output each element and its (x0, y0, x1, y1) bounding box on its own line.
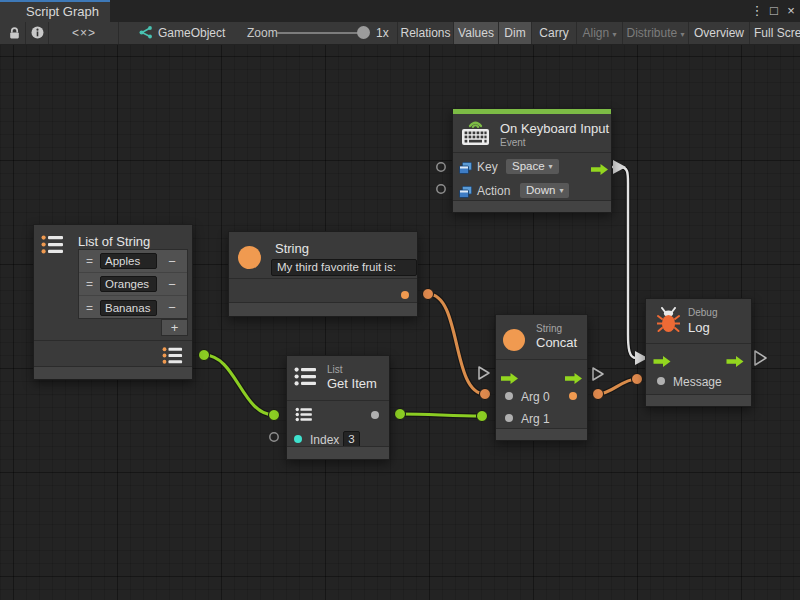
list-input-icon[interactable] (295, 407, 313, 426)
string-value-field[interactable]: My third favorite fruit is: (271, 259, 417, 276)
keyboard-icon (460, 118, 491, 152)
add-item-button[interactable]: + (161, 319, 188, 336)
bug-icon (657, 307, 680, 338)
node-title: List of String (78, 234, 150, 249)
list-item-row: = Bananas − (79, 296, 187, 319)
message-label: Message (673, 375, 722, 389)
node-footer (229, 302, 417, 316)
index-input-dot[interactable] (294, 435, 302, 443)
message-input-dot[interactable] (657, 377, 665, 385)
code-icon[interactable]: <×> (72, 22, 96, 44)
node-category: List (327, 364, 343, 375)
drag-handle[interactable]: = (79, 254, 100, 268)
exit-arrow-icon[interactable] (565, 370, 582, 388)
dim-button[interactable]: Dim (498, 22, 531, 44)
result-output-dot[interactable] (569, 392, 577, 400)
list-item-row: = Oranges − (79, 273, 187, 296)
zoom-label: Zoom (247, 22, 278, 44)
node-footer (453, 200, 611, 212)
align-dropdown-button[interactable]: Align ▾ (576, 22, 622, 44)
node-list-of-string[interactable]: List of String = Apples − = Oranges − = … (33, 224, 193, 380)
gameobject-label[interactable]: GameObject (158, 22, 225, 44)
info-icon[interactable] (31, 26, 44, 42)
node-category: Debug (688, 307, 717, 318)
node-debug-log[interactable]: Debug Log Message (645, 298, 752, 407)
trigger-output-arrow-icon[interactable] (591, 161, 608, 179)
node-title: String (275, 241, 309, 256)
script-graph-asset-icon (138, 25, 153, 43)
node-footer (496, 428, 587, 440)
node-footer (34, 366, 192, 379)
carry-button[interactable]: Carry (531, 22, 576, 44)
string-type-icon (238, 246, 261, 269)
tab-strip: Script Graph ⋮ □ × (0, 0, 800, 22)
maximize-icon[interactable]: □ (766, 0, 782, 22)
tab-script-graph[interactable]: Script Graph (0, 0, 110, 22)
event-accent-bar (453, 109, 611, 114)
node-string-literal[interactable]: String My third favorite fruit is: (228, 231, 418, 317)
node-list-get-item[interactable]: List Get Item Index 3 (286, 355, 390, 460)
string-list-widget: = Apples − = Oranges − = Bananas − (78, 249, 188, 319)
close-icon[interactable]: × (783, 0, 799, 22)
script-graph-window: Script Graph ⋮ □ × <×> GameObject Zoom 1… (0, 0, 800, 600)
item-output-dot[interactable] (371, 411, 379, 419)
arg0-label: Arg 0 (521, 390, 550, 404)
node-footer (646, 394, 751, 406)
node-subtitle: Event (500, 137, 526, 148)
variable-icon (459, 160, 472, 178)
node-string-concat[interactable]: String Concat Arg 0 Arg 1 (495, 314, 588, 441)
node-title: On Keyboard Input (500, 121, 609, 136)
action-port-label: Action (477, 184, 510, 198)
key-dropdown[interactable]: Space ▾ (506, 159, 559, 174)
chevron-down-icon: ▾ (549, 159, 553, 174)
chevron-down-icon: ▾ (559, 183, 563, 198)
chevron-down-icon: ▾ (681, 30, 685, 39)
key-port-label: Key (477, 160, 498, 174)
list-item-field[interactable]: Bananas (100, 300, 157, 316)
string-output-dot[interactable] (401, 291, 409, 299)
string-type-icon (503, 329, 525, 351)
node-title: Concat (536, 335, 577, 350)
remove-item-button[interactable]: − (157, 300, 187, 315)
fullscreen-button[interactable]: Full Screen (749, 22, 800, 44)
list-icon (294, 366, 318, 391)
node-title: Get Item (327, 376, 377, 391)
exit-arrow-icon[interactable] (726, 353, 744, 371)
action-dropdown[interactable]: Down ▾ (520, 183, 569, 198)
chevron-down-icon: ▾ (613, 30, 617, 39)
enter-arrow-icon[interactable] (501, 370, 518, 388)
list-icon (41, 234, 65, 259)
zoom-value: 1x (376, 22, 389, 44)
node-on-keyboard-input[interactable]: On Keyboard Input Event Key Space ▾ Acti… (452, 108, 612, 213)
node-footer (287, 446, 389, 459)
tab-title: Script Graph (26, 4, 99, 19)
drag-handle[interactable]: = (79, 301, 100, 315)
overview-button[interactable]: Overview (688, 22, 749, 44)
zoom-slider-track[interactable] (277, 32, 365, 34)
drag-handle[interactable]: = (79, 277, 100, 291)
index-label: Index (310, 433, 339, 447)
graph-toolbar: <×> GameObject Zoom 1x Relations Values … (0, 22, 800, 45)
arg1-input-dot[interactable] (505, 414, 513, 422)
window-menu-icon[interactable]: ⋮ (749, 0, 765, 22)
arg0-input-dot[interactable] (505, 392, 513, 400)
list-item-field[interactable]: Oranges (100, 276, 157, 292)
node-title: Log (688, 320, 710, 335)
node-category: String (536, 323, 562, 334)
relations-button[interactable]: Relations (397, 22, 453, 44)
enter-arrow-icon[interactable] (653, 353, 671, 371)
lock-icon[interactable] (8, 26, 21, 43)
list-item-row: = Apples − (79, 250, 187, 273)
distribute-dropdown-button[interactable]: Distribute ▾ (622, 22, 688, 44)
list-item-field[interactable]: Apples (100, 253, 157, 269)
remove-item-button[interactable]: − (157, 277, 187, 292)
zoom-slider-knob[interactable] (357, 26, 370, 39)
arg1-label: Arg 1 (521, 412, 550, 426)
values-button[interactable]: Values (453, 22, 498, 44)
remove-item-button[interactable]: − (157, 254, 187, 269)
